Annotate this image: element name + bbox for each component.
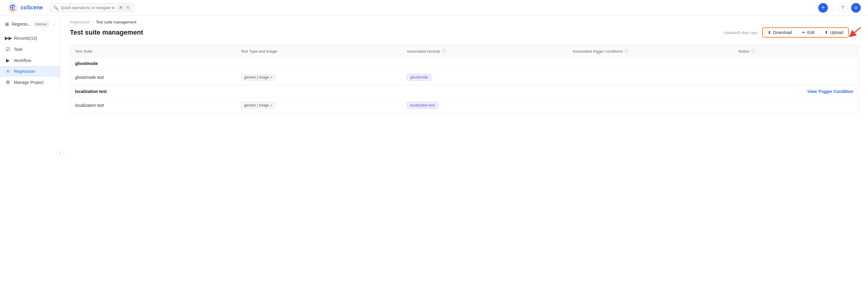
- kbd-cmd: ⌘: [117, 5, 124, 10]
- data-table: Test Suite Test Type and Image Associate…: [70, 45, 858, 113]
- upload-icon: ⬆: [825, 30, 828, 35]
- cell-notice-2: [734, 98, 858, 113]
- sidebar-item-manage-project[interactable]: ⚙ Manage Project: [0, 77, 60, 88]
- col-header-associated-records: Associated records ?: [402, 45, 568, 57]
- sidebar-nav: ▶▶ Records(13) ☑ Task ▶ Workflow ≡ Regre…: [0, 31, 60, 89]
- logo-icon: [7, 2, 18, 13]
- app-root: coScene 🔍 ⌘ K + ? U ▣ Regress...: [0, 0, 868, 290]
- add-button[interactable]: +: [818, 3, 828, 13]
- table-header: Test Suite Test Type and Image Associate…: [70, 45, 858, 58]
- cell-suite-name: ghostmode test: [70, 70, 236, 85]
- sidebar-item-label-records: Records(13): [14, 36, 37, 41]
- tag-chevron-icon-2: ▾: [270, 104, 272, 107]
- avatar[interactable]: U: [851, 3, 861, 13]
- sidebar-project-icon: ▣: [5, 21, 9, 27]
- group-ghostmode: ghostmode: [70, 58, 858, 70]
- cell-associated-records: ghostmode: [402, 70, 568, 85]
- sidebar-item-label-task: Task: [14, 47, 23, 52]
- cell-trigger-condition: [568, 70, 734, 85]
- table-row: ghostmode test generic | image ▾ ghostmo…: [70, 70, 858, 85]
- sidebar-item-records[interactable]: ▶▶ Records(13): [0, 33, 60, 44]
- col-header-notice: Notice ?: [734, 45, 858, 57]
- group-localization-test: localization test View Trigger Condition: [70, 85, 858, 98]
- regression-icon: ≡: [5, 69, 11, 74]
- breadcrumb: Regression › Test suite management: [70, 15, 858, 27]
- sidebar-item-label-manage: Manage Project: [14, 80, 43, 85]
- upload-button[interactable]: ⬆ Upload: [819, 28, 848, 37]
- cell-type-image: generic | image ▾: [236, 70, 402, 85]
- logo[interactable]: coScene: [7, 2, 43, 13]
- type-image-tag-2[interactable]: generic | image ▾: [241, 102, 275, 109]
- col-header-type-image: Test Type and Image: [236, 45, 402, 57]
- sidebar-item-label-regression: Regression: [14, 69, 35, 74]
- content-area: Regression › Test suite management Test …: [60, 15, 868, 290]
- page-help-icon[interactable]: ?: [852, 30, 858, 36]
- logo-text: coScene: [21, 4, 43, 11]
- tag-chevron-icon: ▾: [270, 76, 272, 79]
- page-header: Test suite management Updated5 days ago …: [70, 27, 858, 38]
- page-title: Test suite management: [70, 29, 143, 36]
- sidebar-chevron-icon: ⌄: [53, 22, 56, 26]
- main-area: ▣ Regress... Internal ⌄ ▶▶ Records(13) ☑…: [0, 15, 868, 290]
- search-icon: 🔍: [53, 5, 59, 10]
- col-header-trigger-conditions: Associated trigger conditions ?: [568, 45, 734, 57]
- sidebar-item-regression[interactable]: ≡ Regression: [0, 66, 60, 77]
- topbar-right: + ? U: [818, 3, 861, 13]
- breadcrumb-regression[interactable]: Regression: [70, 20, 90, 24]
- breadcrumb-current: Test suite management: [96, 20, 136, 24]
- view-trigger-condition-link[interactable]: View Trigger Condition: [807, 89, 853, 94]
- action-button-group-wrapper: ⬇ Download ✏ Edit ⬆ Upload: [762, 27, 849, 38]
- cell-notice: [734, 70, 858, 85]
- records-icon: ▶▶: [5, 35, 11, 41]
- sidebar-wrapper: ▣ Regress... Internal ⌄ ▶▶ Records(13) ☑…: [0, 15, 60, 290]
- col-header-test-suite: Test Suite: [70, 45, 236, 57]
- content-inner: Regression › Test suite management Test …: [60, 15, 868, 123]
- manage-project-icon: ⚙: [5, 79, 11, 85]
- help-button[interactable]: ?: [838, 3, 847, 13]
- task-icon: ☑: [5, 46, 11, 52]
- download-button[interactable]: ⬇ Download: [763, 28, 797, 37]
- search-shortcut: ⌘ K: [117, 5, 131, 10]
- topbar-divider: [833, 4, 833, 11]
- sidebar-collapse-button[interactable]: ‹: [57, 149, 64, 156]
- action-btn-group: ⬇ Download ✏ Edit ⬆ Upload: [762, 27, 849, 38]
- download-icon: ⬇: [768, 30, 771, 35]
- sidebar: ▣ Regress... Internal ⌄ ▶▶ Records(13) ☑…: [0, 15, 60, 92]
- kbd-k: K: [125, 5, 131, 10]
- type-image-tag[interactable]: generic | image ▾: [241, 74, 275, 81]
- associated-records-tag[interactable]: ghostmode: [407, 74, 431, 81]
- topbar: coScene 🔍 ⌘ K + ? U: [0, 0, 868, 15]
- trigger-conditions-help-icon[interactable]: ?: [624, 49, 629, 53]
- search-input[interactable]: [61, 5, 115, 10]
- sidebar-project-header[interactable]: ▣ Regress... Internal ⌄: [0, 18, 60, 30]
- cell-type-image-2: generic | image ▾: [236, 98, 402, 113]
- sidebar-item-workflow[interactable]: ▶ Workflow: [0, 55, 60, 66]
- sidebar-project-name: Regress...: [12, 22, 31, 27]
- sidebar-item-label-workflow: Workflow: [14, 58, 31, 63]
- edit-icon: ✏: [802, 30, 806, 35]
- sidebar-project-badge: Internal: [33, 22, 49, 27]
- updated-text: Updated5 days ago: [723, 30, 757, 35]
- cell-trigger-condition-2: [568, 98, 734, 113]
- breadcrumb-separator: ›: [92, 20, 93, 24]
- search-bar[interactable]: 🔍 ⌘ K: [50, 3, 134, 12]
- cell-associated-records-2: localization-test: [402, 98, 568, 113]
- associated-records-tag-2[interactable]: localization-test: [407, 102, 438, 109]
- workflow-icon: ▶: [5, 58, 11, 63]
- header-actions: Updated5 days ago ⬇ Download ✏: [723, 27, 858, 38]
- cell-suite-name-2: localization test: [70, 98, 236, 113]
- table-row: localization test generic | image ▾ loca…: [70, 98, 858, 113]
- notice-help-icon[interactable]: ?: [751, 49, 755, 53]
- sidebar-item-task[interactable]: ☑ Task: [0, 44, 60, 55]
- edit-button[interactable]: ✏ Edit: [797, 28, 819, 37]
- associated-records-help-icon[interactable]: ?: [441, 49, 446, 53]
